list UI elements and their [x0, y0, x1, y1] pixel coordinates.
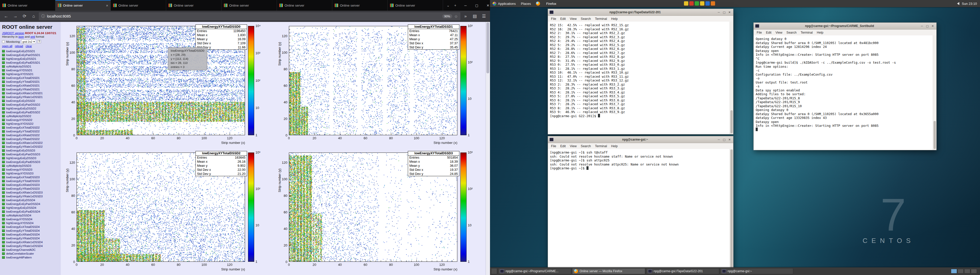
- menu-edit[interactable]: Edit: [764, 31, 773, 34]
- tree-item[interactable]: lowEnergyExEyPairDSSD2: [2, 103, 60, 106]
- tree-item[interactable]: lowEnergyEyYRateDSSD2: [2, 137, 60, 141]
- tree-item[interactable]: lowEnergyEyYRate1xDSSD2: [2, 145, 60, 149]
- menu-view[interactable]: View: [568, 144, 579, 148]
- tree-item[interactable]: lowEnergyExEyPairDSSD1: [2, 53, 60, 57]
- taskbar-window-button[interactable]: npg@carme-gsi:~: [720, 268, 793, 274]
- tree-item[interactable]: lowEnergyExEyPairDSSD4: [2, 202, 60, 206]
- list-all-tabs-icon[interactable]: ⌄: [445, 3, 452, 7]
- tree-item[interactable]: lowEnergyEyYRateDSSD1: [2, 87, 60, 91]
- page-scrollbar[interactable]: [486, 22, 490, 275]
- terminal-scrollbar-thumb[interactable]: [730, 150, 733, 269]
- browser-tab[interactable]: Online server: [388, 0, 443, 11]
- tray-icon[interactable]: [695, 1, 699, 6]
- menu-terminal[interactable]: Terminal: [593, 17, 609, 21]
- monitoring-checkbox[interactable]: [2, 40, 5, 43]
- workspace-2[interactable]: [958, 269, 964, 273]
- tray-icon[interactable]: [711, 1, 715, 6]
- tree-item[interactable]: lowEnergyExEyDSSD2: [2, 99, 60, 103]
- back-icon[interactable]: ←: [2, 13, 10, 20]
- terminal-body[interactable]: [npg@carme-gsi ~]$ ssh t@staff ssh: Coul…: [548, 149, 733, 270]
- terminal-body[interactable]: Opening datasy 0 dataSpy Shared buffer a…: [754, 35, 936, 150]
- firefox-launcher[interactable]: [533, 0, 542, 7]
- tree-item[interactable]: highEnergyXYDSSD4: [2, 221, 60, 225]
- taskbar-window-button[interactable]: npg@carme-gsi:/TapeData/G22-201: [646, 268, 719, 274]
- tree-item[interactable]: highEnergyXYDSSD2: [2, 122, 60, 125]
- json-link[interactable]: json: [19, 35, 24, 38]
- maximize-icon[interactable]: ▢: [471, 3, 482, 7]
- browser-tab[interactable]: Online server: [0, 0, 56, 11]
- menu-search[interactable]: Search: [579, 17, 593, 21]
- help-button[interactable]: ?: [37, 40, 41, 43]
- menu-edit[interactable]: Edit: [558, 17, 568, 21]
- applications-menu[interactable]: Applications: [490, 0, 518, 7]
- tree-item[interactable]: xyMultiplicityDSSD3: [2, 164, 60, 168]
- maximize-icon[interactable]: ▢: [722, 11, 726, 14]
- browser-tab[interactable]: Online server: [221, 0, 277, 11]
- tree-item[interactable]: lowEnergyExXRate1xDSSD2: [2, 141, 60, 145]
- tree-item[interactable]: lowEnergyEyYTotalDSSD1: [2, 80, 60, 84]
- maximize-icon[interactable]: ▢: [722, 138, 726, 141]
- tree-item[interactable]: lowEnergyExEyPadDSSD4: [2, 210, 60, 213]
- forward-icon[interactable]: →: [11, 13, 19, 20]
- url-text[interactable]: localhost:8085: [47, 14, 440, 18]
- close-icon[interactable]: ✕: [727, 138, 732, 141]
- tree-item[interactable]: lowEnergyEyYTotalDSSD4: [2, 229, 60, 232]
- menu-search[interactable]: Search: [784, 31, 799, 34]
- menu-file[interactable]: File: [549, 144, 558, 148]
- tree-item[interactable]: lowEnergyXYDSSD1: [2, 68, 60, 72]
- home-icon[interactable]: ⌂: [30, 13, 38, 20]
- tree-item[interactable]: xyMultiplicityDSSD2: [2, 114, 60, 118]
- terminal-body[interactable]: R52 15: 42.5% -- replaced with R52_15.gz…: [548, 22, 733, 134]
- tree-item[interactable]: lowEnergyHitPattern: [2, 255, 60, 259]
- workspace-4[interactable]: [971, 269, 977, 273]
- tree-item[interactable]: lowEnergyExXRateDSSD3: [2, 183, 60, 186]
- clock[interactable]: Sun 23:10: [962, 2, 977, 6]
- tree-item[interactable]: highEnergyXYDSSD3: [2, 171, 60, 175]
- close-icon[interactable]: ✕: [727, 11, 732, 14]
- tree-item[interactable]: lowEnergyEyYTotalDSSD2: [2, 130, 60, 133]
- tree-item[interactable]: lowEnergyChannelADC: [2, 248, 60, 251]
- menu-search[interactable]: Search: [579, 144, 593, 148]
- terminal-scrollbar[interactable]: [933, 35, 936, 150]
- action-link-clear[interactable]: clear: [25, 44, 32, 47]
- tab-close-icon[interactable]: ×: [106, 3, 108, 8]
- tree-item[interactable]: deltaCorrelationScaler: [2, 251, 60, 255]
- tree-item[interactable]: lowEnergyXYDSSD4: [2, 217, 60, 221]
- terminal-titlebar[interactable]: npg@carme-gsi:~/Programs/CARME_Sort/buil…: [754, 23, 936, 30]
- tree-item[interactable]: highEnergyExEyDSSD4: [2, 206, 60, 210]
- terminal-titlebar[interactable]: npg@carme-gsi:~ ─ ▢ ✕: [548, 136, 733, 143]
- menu-hamburger-icon[interactable]: ☰: [480, 13, 488, 20]
- overflow-icon[interactable]: »: [461, 13, 469, 20]
- menu-help[interactable]: Help: [815, 31, 825, 34]
- tree-item[interactable]: lowEnergyExEyPairDSSD3: [2, 152, 60, 156]
- library-icon[interactable]: ▤: [471, 13, 479, 20]
- tray-icon[interactable]: [705, 1, 710, 6]
- browser-tab[interactable]: Online server×: [56, 0, 111, 11]
- reload-icon[interactable]: ⟳: [21, 13, 29, 20]
- workspace-3[interactable]: [964, 269, 970, 273]
- menu-terminal[interactable]: Terminal: [799, 31, 815, 34]
- maximize-icon[interactable]: ▢: [925, 24, 929, 28]
- site-info-icon[interactable]: ⓘ: [41, 14, 45, 19]
- menu-help[interactable]: Help: [609, 144, 620, 148]
- tree-item[interactable]: lowEnergyExXRate1xDSSD3: [2, 190, 60, 194]
- tree-item[interactable]: lowEnergyEyYRateDSSD4: [2, 236, 60, 240]
- tree-item[interactable]: xyMultiplicityDSSD1: [2, 65, 60, 68]
- places-menu[interactable]: Places: [518, 0, 533, 7]
- tree-item[interactable]: highEnergyExEyDSSD1: [2, 57, 60, 61]
- menu-terminal[interactable]: Terminal: [593, 144, 609, 148]
- tree-item[interactable]: lowEnergyExXRate1xDSSD1: [2, 91, 60, 95]
- tree-item[interactable]: lowEnergyEyYRate1xDSSD4: [2, 244, 60, 248]
- tree-item[interactable]: lowEnergyExXRate1xDSSD4: [2, 240, 60, 244]
- layout-select[interactable]: grid 2x2 ▾: [21, 40, 36, 44]
- taskbar-window-button[interactable]: Online server — Mozilla Firefox: [572, 268, 645, 274]
- tree-item[interactable]: lowEnergyXYDSSD3: [2, 168, 60, 171]
- minimize-icon[interactable]: ─: [717, 138, 721, 141]
- stats-box[interactable]: lowEnergyXYTotalDSSD0Entries1196450Mean …: [196, 24, 247, 50]
- page-scrollbar-thumb[interactable]: [487, 22, 489, 73]
- tree-item[interactable]: lowEnergyExXTotalDSSD1: [2, 76, 60, 80]
- jsroot-version-link[interactable]: JSROOT version: [2, 32, 24, 35]
- minimize-icon[interactable]: ─: [920, 24, 924, 27]
- tree-item[interactable]: lowEnergyExXRateDSSD2: [2, 133, 60, 137]
- menu-view[interactable]: View: [773, 31, 784, 34]
